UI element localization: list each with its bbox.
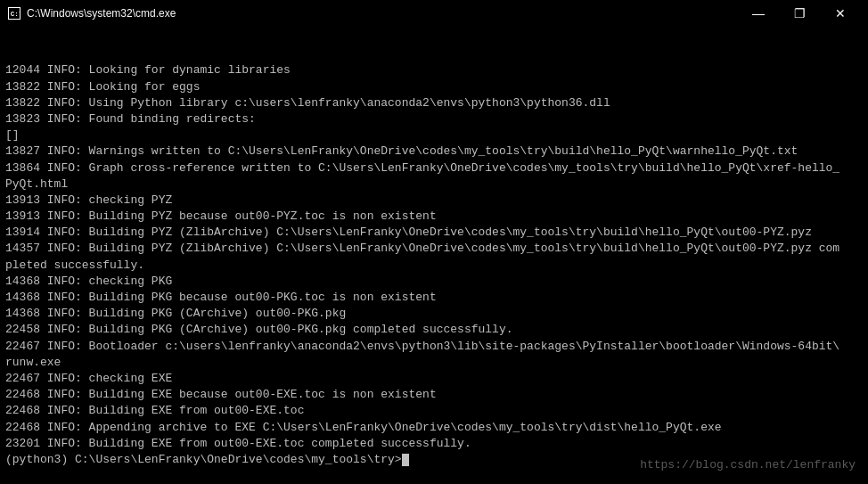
console-line: 22467 INFO: Bootloader c:\users\lenfrank… bbox=[5, 339, 863, 355]
console-line: 13822 INFO: Using Python library c:\user… bbox=[5, 95, 863, 111]
console-line: (python3) C:\Users\LenFranky\OneDrive\co… bbox=[5, 452, 863, 468]
console-line: 14368 INFO: checking PKG bbox=[5, 274, 863, 290]
close-button[interactable]: ✕ bbox=[820, 0, 861, 27]
console-line: 13823 INFO: Found binding redirects: bbox=[5, 111, 863, 127]
console-line: runw.exe bbox=[5, 355, 863, 371]
console-line: 22468 INFO: Building EXE because out00-E… bbox=[5, 387, 863, 403]
console-line: [] bbox=[5, 127, 863, 144]
title-bar: C:\ C:\Windows\system32\cmd.exe — ❐ ✕ bbox=[0, 0, 868, 27]
cmd-app-icon: C:\ bbox=[7, 6, 21, 21]
console-line: 13864 INFO: Graph cross-reference writte… bbox=[5, 160, 863, 176]
restore-button[interactable]: ❐ bbox=[779, 0, 820, 27]
console-line: 22458 INFO: Building PKG (CArchive) out0… bbox=[5, 322, 863, 338]
svg-text:C:\: C:\ bbox=[11, 11, 20, 18]
console-output[interactable]: 12044 INFO: Looking for dynamic librarie… bbox=[0, 27, 868, 484]
console-line: 14357 INFO: Building PYZ (ZlibArchive) C… bbox=[5, 241, 863, 257]
minimize-button[interactable]: — bbox=[738, 0, 779, 27]
console-line: 22468 INFO: Appending archive to EXE C:\… bbox=[5, 420, 863, 436]
console-line: 13913 INFO: checking PYZ bbox=[5, 193, 863, 209]
console-line: PyQt.html bbox=[5, 176, 863, 193]
window-title: C:\Windows\system32\cmd.exe bbox=[27, 7, 176, 20]
console-line: 13827 INFO: Warnings written to C:\Users… bbox=[5, 144, 863, 160]
console-line: pleted successfully. bbox=[5, 258, 863, 274]
console-line: 22467 INFO: checking EXE bbox=[5, 371, 863, 387]
cmd-window: C:\ C:\Windows\system32\cmd.exe — ❐ ✕ 12… bbox=[0, 0, 868, 484]
window-controls: — ❐ ✕ bbox=[738, 0, 861, 27]
console-line: 13914 INFO: Building PYZ (ZlibArchive) C… bbox=[5, 225, 863, 241]
console-line: 13822 INFO: Looking for eggs bbox=[5, 79, 863, 95]
console-line: 23201 INFO: Building EXE from out00-EXE.… bbox=[5, 436, 863, 452]
cursor-block bbox=[402, 454, 409, 466]
console-line: 12044 INFO: Looking for dynamic librarie… bbox=[5, 62, 863, 78]
console-line: 14368 INFO: Building PKG (CArchive) out0… bbox=[5, 306, 863, 322]
title-bar-left: C:\ C:\Windows\system32\cmd.exe bbox=[7, 6, 176, 21]
console-line: 13913 INFO: Building PYZ because out00-P… bbox=[5, 209, 863, 225]
console-line: 14368 INFO: Building PKG because out00-P… bbox=[5, 290, 863, 306]
console-line: 22468 INFO: Building EXE from out00-EXE.… bbox=[5, 403, 863, 419]
